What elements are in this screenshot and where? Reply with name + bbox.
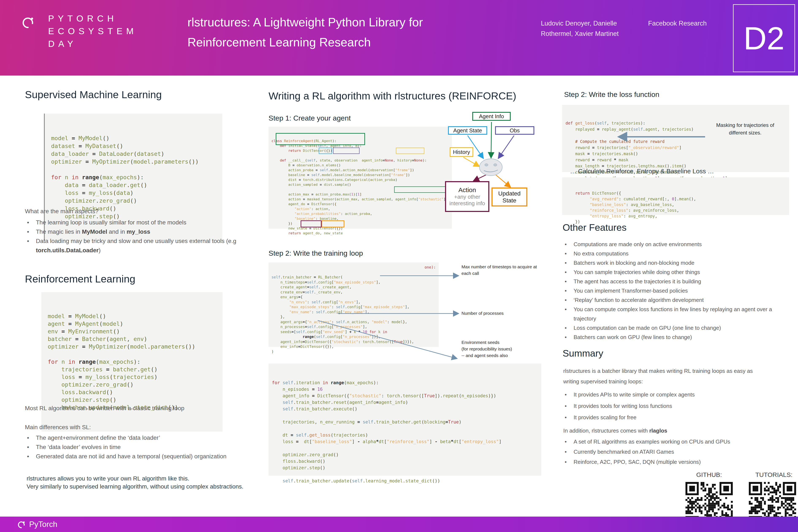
code-loss-return: return DictTensor({ "avg_reward": cumula… [562,177,789,215]
list-item: No extra computations [563,249,795,258]
diagram-box-action: Action +any other interesting info [445,181,489,212]
list-item: Batchers work in blocking and non-blocki… [563,258,795,267]
poster-title: rlstructures: A Lightweight Python Libra… [188,12,423,52]
list-item: Currently benchmarked on ATARI Games [563,447,795,457]
list-item: Loss computation can be made on GPU (one… [563,323,795,332]
list-item: Generated data are not iid and have a te… [25,452,276,461]
authors: Ludovic Denoyer, Danielle Rothermel, Xav… [541,18,619,39]
diff-bullet-list: The agent+environment define the ‘data l… [25,433,276,461]
annotation-processes: Number of processes [461,310,552,317]
arrow-obs [499,135,514,158]
poster-title-line1: rlstructures: A Lightweight Python Libra… [188,12,423,32]
summary-bullet-list: It provides APIs to write simple or comp… [563,389,795,423]
diagram-box-agent-state: Agent State [448,126,487,135]
heading-reinforcement-learning: Reinforcement Learning [25,273,135,285]
list-item: Computations are made only on active env… [563,240,795,249]
arrow-seeds-annotation [318,321,457,359]
summary-intro: rlstructures is a batcher library that m… [563,366,798,387]
list-item: The magic lies in MyModel and in my_loss [25,227,276,236]
authors-line1: Ludovic Denoyer, Danielle [541,18,619,28]
arrow-action [474,175,487,181]
step1-label: Step 1: Create your agent [268,114,351,122]
poster: PYTORCH ECOSYSTEM DAY rlstructures: A Li… [0,0,798,532]
closing-note-line2: Very similarly to supervised learning al… [26,482,280,491]
annotation-seeds: Environment seeds (for reproducibility i… [461,339,552,359]
list-item: Data loading may be tricky and slow and … [25,236,276,255]
arrow-agent-info [491,122,492,157]
heading-writing-rl-algorithm: Writing a RL algorithm with rlstructures… [268,90,516,102]
affiliation: Facebook Research [648,18,707,28]
tutorials-label: TUTORIALS: [755,471,793,478]
session-badge-label: D2 [743,20,784,57]
list-item: The ‘data loader’ evolves in time [25,442,276,452]
session-badge: D2 [733,4,795,72]
diagram-box-agent-info: Agent Info [472,112,511,121]
list-item: In addition, rlstructures comes with rla… [563,426,798,435]
list-item: Batchers can work on GPU (few lines to c… [563,332,795,342]
list-item: You can implement Transformer-based poli… [563,286,795,295]
diagram-box-updated-state: Updated State [492,188,527,207]
logo-line-3: DAY [48,38,137,50]
heading-summary: Summary [563,348,603,359]
list-item: It provides APIs to write simple or comp… [563,389,795,400]
list-item: You can sample trajectories while doing … [563,267,795,277]
features-list: Computations are made only on active env… [563,240,795,342]
closing-note: rlstructures allows you to write your ow… [26,475,280,491]
logo-line-1: PYTORCH [48,12,137,25]
smiley-right-eye [494,164,497,166]
addition-line: In addition, rlstructures comes with rla… [563,426,798,435]
loss-function-label: Step 2: Write the loss function [564,90,659,99]
header-banner: PYTORCH ECOSYSTEM DAY rlstructures: A Li… [0,0,798,76]
calc-loss-note: … Calculate Reinforce, Entropy & Baselin… [570,167,714,175]
list-item: The agent+environment define the ‘data l… [25,433,276,442]
footer-bar: PyTorch [0,517,798,532]
smiley-left-eye [485,164,488,166]
footer-pytorch-flame-icon [17,519,26,529]
annotation-timesteps: Max number of timesteps to acquire at ea… [461,264,552,277]
list-item: The agent has access to the trajectories… [563,277,795,286]
poster-title-line2: Reinforcement Learning Research [188,32,423,52]
diagram-action-title: Action [458,186,476,194]
note-classic-loop: Most RL algorithms can be written with a… [25,405,184,412]
addition-bullet-list: A set of RL algorithms as examples worki… [563,437,795,467]
footer-brand: PyTorch [29,520,57,529]
aspects-intro: What are the main aspects? [25,208,99,215]
pytorch-flame-icon [20,14,36,30]
list-item: The learning loop is usually similar for… [25,218,276,227]
pytorch-ecosystem-day-logo: PYTORCH ECOSYSTEM DAY [48,12,137,50]
heading-supervised-ml: Supervised Machine Learning [25,89,162,100]
diagram-box-history: History [450,147,473,157]
list-item: Reinforce, A2C, PPO, SAC, DQN (multiple … [563,457,795,467]
closing-note-line1: rlstructures allows you to write your ow… [26,475,280,482]
logo-line-2: ECOSYSTEM [48,25,137,38]
diff-intro: Main differences with SL: [25,424,91,431]
list-item: A set of RL algorithms as examples worki… [563,437,795,447]
aspects-bullet-list: The learning loop is usually similar for… [25,218,276,255]
diagram-box-obs: Obs [495,126,534,135]
code-step1-agent: class ReinforceAgent(RL_Agent): def init… [268,127,452,229]
list-item: It provides tools for writing loss funct… [563,400,795,412]
list-item: You can compute complex loss functions i… [563,305,795,323]
agent-smiley-face [479,159,502,176]
arrow-history [463,157,479,166]
github-label: GITHUB: [696,471,722,478]
authors-line2: Rothermel, Xavier Martinet [541,28,619,39]
step2-training-label: Step 2: Write the training loop [268,249,363,257]
list-item: It provides scaling for free [563,412,795,423]
heading-other-features: Other Features [563,222,627,233]
arrow-updated-state [495,175,510,187]
diagram-action-subtitle: +any other interesting info [449,194,485,207]
code-step2-training-loop: for self.iteration in range(max_epochs):… [268,363,541,476]
list-item: ‘Replay’ function to accelerate algorith… [563,295,795,305]
annotation-masking: Masking for trajectories of different si… [699,121,792,137]
